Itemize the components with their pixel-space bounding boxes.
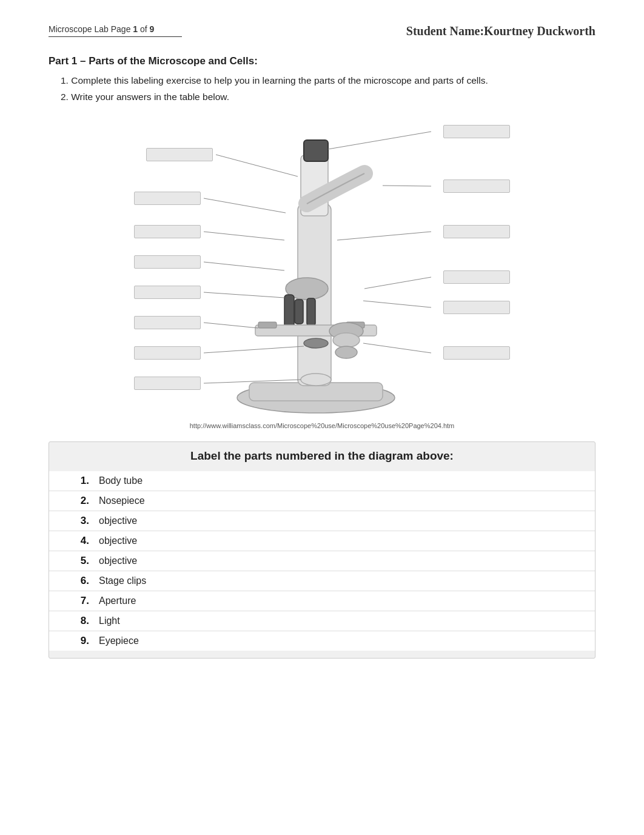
svg-point-16 (301, 374, 331, 386)
label-item-3: 3. objective (49, 511, 595, 531)
label-section-title: Label the parts numbered in the diagram … (49, 449, 595, 463)
svg-point-15 (335, 346, 357, 358)
label-val-9: Eyepiece (99, 635, 139, 646)
label-item-8: 8. Light (49, 611, 595, 631)
label-item-7: 7. Aperture (49, 591, 595, 611)
label-val-1: Body tube (99, 475, 143, 486)
svg-line-27 (337, 232, 431, 240)
svg-line-30 (363, 343, 431, 353)
svg-line-18 (204, 198, 286, 213)
svg-line-19 (204, 232, 284, 240)
label-item-6: 6. Stage clips (49, 571, 595, 591)
header-left: Microscope Lab Page 1 of 9 (49, 24, 182, 37)
label-val-5: objective (99, 555, 137, 566)
svg-line-21 (204, 292, 284, 298)
label-box-left-8 (134, 377, 201, 390)
label-box-left-7 (134, 346, 201, 360)
label-item-2: 2. Nosepiece (49, 491, 595, 511)
svg-line-29 (363, 301, 431, 307)
svg-line-25 (328, 132, 431, 149)
label-box-right-6 (443, 346, 510, 360)
label-box-left-5 (134, 286, 201, 299)
svg-line-20 (204, 262, 284, 270)
label-list: 1. Body tube 2. Nosepiece 3. objective 4… (49, 471, 595, 651)
label-num-4: 4. (67, 535, 89, 547)
label-box-left-4 (134, 255, 201, 269)
label-num-8: 8. (67, 615, 89, 627)
svg-line-23 (204, 346, 304, 353)
page-number: 1 (133, 24, 138, 34)
instruction-1: 1. Complete this labeling exercise to he… (61, 73, 595, 87)
svg-rect-7 (295, 300, 303, 324)
label-num-3: 3. (67, 515, 89, 527)
label-box-left-6 (134, 316, 201, 329)
label-box-right-1 (443, 125, 510, 138)
label-num-9: 9. (67, 635, 89, 647)
label-box-right-4 (443, 270, 510, 284)
svg-point-14 (333, 333, 360, 347)
label-item-4: 4. objective (49, 531, 595, 551)
label-val-6: Stage clips (99, 575, 146, 586)
label-val-2: Nosepiece (99, 495, 145, 506)
label-num-2: 2. (67, 495, 89, 507)
page-title: Microscope Lab Page 1 of 9 (49, 24, 182, 34)
student-name-label: Student Name:Kourtney Duckworth (406, 24, 595, 38)
svg-point-12 (304, 338, 328, 348)
svg-line-22 (204, 323, 258, 328)
label-item-1: 1. Body tube (49, 471, 595, 491)
label-num-7: 7. (67, 595, 89, 607)
svg-rect-10 (258, 322, 277, 328)
section-title: Part 1 – Parts of the Microscope and Cel… (49, 55, 595, 67)
title-prefix: Microscope Lab Page (49, 24, 133, 34)
svg-rect-4 (304, 140, 328, 161)
student-name-value: Kourtney Duckworth (484, 24, 595, 38)
instruction-2: 2. Write your answers in the table below… (61, 90, 595, 104)
label-num-1: 1. (67, 475, 89, 487)
label-item-9: 9. Eyepiece (49, 631, 595, 651)
page-header: Microscope Lab Page 1 of 9 Student Name:… (49, 24, 595, 38)
svg-rect-8 (307, 298, 315, 326)
label-val-4: objective (99, 535, 137, 546)
student-label-text: Student Name: (406, 24, 484, 38)
label-val-3: objective (99, 515, 137, 526)
title-of: of (138, 24, 149, 34)
label-num-6: 6. (67, 575, 89, 587)
source-url: http://www.williamsclass.com/Microscope%… (49, 422, 595, 429)
instructions: 1. Complete this labeling exercise to he… (61, 73, 595, 104)
label-box-right-5 (443, 301, 510, 314)
microscope-diagram (128, 107, 516, 422)
label-box-left-1 (146, 148, 213, 161)
svg-line-26 (383, 186, 431, 186)
label-val-8: Light (99, 615, 120, 626)
label-box-right-2 (443, 179, 510, 193)
svg-rect-6 (284, 295, 294, 328)
total-pages: 9 (150, 24, 155, 34)
header-underline (49, 36, 182, 37)
label-section: Label the parts numbered in the diagram … (49, 441, 595, 659)
label-val-7: Aperture (99, 595, 136, 606)
svg-line-28 (364, 277, 431, 289)
svg-line-17 (216, 155, 298, 176)
label-box-left-3 (134, 225, 201, 238)
label-item-5: 5. objective (49, 551, 595, 571)
label-box-right-3 (443, 225, 510, 238)
label-num-5: 5. (67, 555, 89, 567)
label-box-left-2 (134, 192, 201, 205)
